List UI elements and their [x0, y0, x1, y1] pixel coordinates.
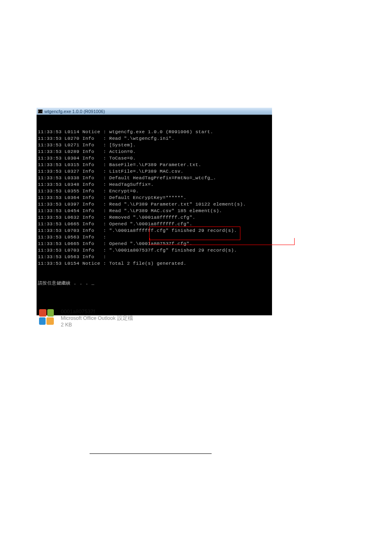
console-log-line: 11:33:53 L0289 Info : Action=0. — [38, 148, 271, 155]
console-log-line: 11:33:53 L0665 Info : Opened ".\0001a807… — [38, 240, 271, 247]
console-log-line: 11:33:53 L0304 Info : ToCase=0. — [38, 155, 271, 162]
console-log-line: 11:33:53 L0665 Info : Opened ".\0001a8ff… — [38, 221, 271, 227]
office-icon — [38, 308, 56, 326]
console-log-line: 11:33:53 L0703 Info : ".\0001a8ffffff.cf… — [38, 227, 271, 234]
console-log-line: 11:33:53 L0154 Notice : Total 2 file(s) … — [38, 260, 271, 267]
console-log-line: 11:33:53 L0364 Info : Default EncryptKey… — [38, 194, 271, 201]
console-window: C:\ wtgencfg.exe 1.0.0 (R091006) 11:33:5… — [37, 108, 272, 315]
console-log-line: 11:33:53 L0271 Info : [System]. — [38, 142, 271, 148]
console-log-line: 11:33:53 L0563 Info : — [38, 254, 271, 260]
console-log-line: 11:33:53 L0338 Info : Default HeadTagPre… — [38, 175, 271, 181]
window-title: wtgencfg.exe 1.0.0 (R091006) — [44, 109, 105, 114]
console-log-line: 11:33:53 L0270 Info : Read ".\wtgencfg.i… — [38, 135, 271, 142]
file-name: 0001a807537f — [61, 308, 133, 315]
title-bar[interactable]: C:\ wtgencfg.exe 1.0.0 (R091006) — [37, 108, 272, 115]
console-log-line: 11:33:53 L0114 Notice : wtgencfg.exe 1.0… — [38, 129, 271, 135]
divider — [90, 453, 212, 454]
console-log-line: 11:33:53 L0632 Info : Removed ".\0001a8f… — [38, 214, 271, 221]
console-log-line: 11:33:53 L0355 Info : Encrypt=0. — [38, 188, 271, 194]
console-log-line: 11:33:53 L0454 Info : Read ".\LP389 MAC.… — [38, 208, 271, 214]
file-size: 2 KB — [61, 321, 133, 328]
console-log-line: 11:33:53 L0327 Info : ListFile=.\LP389 M… — [38, 168, 271, 175]
console-prompt: 請按任意鍵繼續 . . . _ — [38, 280, 271, 287]
file-type: Microsoft Office Outlook 設定檔 — [61, 315, 133, 321]
console-output[interactable]: 11:33:53 L0114 Notice : wtgencfg.exe 1.0… — [37, 115, 272, 315]
console-log-line: 11:33:53 L0315 Info : BaseFile=.\LP389 P… — [38, 162, 271, 168]
file-info: 0001a807537f Microsoft Office Outlook 設定… — [61, 308, 133, 328]
console-log-line: 11:33:53 L0397 Info : Read ".\LP389 Para… — [38, 201, 271, 208]
console-log-line: 11:33:53 L0563 Info : — [38, 234, 271, 240]
cmd-icon: C:\ — [38, 109, 43, 113]
console-log-line: 11:33:53 L0703 Info : ".\0001a807537f.cf… — [38, 247, 271, 254]
console-log-line: 11:33:53 L0348 Info : HeadTagSuffix=. — [38, 181, 271, 188]
file-item[interactable]: 0001a807537f Microsoft Office Outlook 設定… — [38, 308, 133, 328]
